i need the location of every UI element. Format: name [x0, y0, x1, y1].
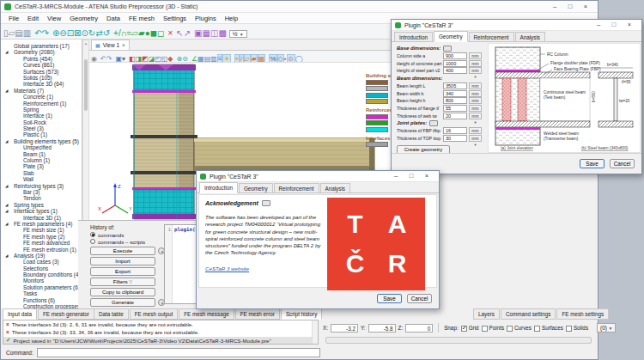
- tree-item[interactable]: ◢FE mesh extrusion (1): [1, 247, 82, 253]
- mirror-icon[interactable]: ◫: [210, 28, 218, 38]
- selection-filter-combo[interactable]: (0) ▼: [597, 323, 616, 333]
- bottom-tab[interactable]: Script history: [281, 308, 322, 320]
- refresh-view-icon[interactable]: ↻: [88, 28, 95, 38]
- bottom-tab[interactable]: FE mesh output: [130, 308, 178, 320]
- tree-item[interactable]: ◢Curves (861): [1, 62, 82, 68]
- tree-item[interactable]: ◢Column (1): [1, 157, 82, 163]
- add-brick-icon[interactable]: ◼: [150, 28, 157, 38]
- history-button[interactable]: Copy to clipboard: [90, 288, 155, 296]
- dimension-input[interactable]: 55: [443, 105, 467, 112]
- tree-item[interactable]: ◢FE mesh advanced: [1, 240, 82, 246]
- message-row[interactable]: ✓ Project saved in "D:\Users\JCW\Work\Pr…: [3, 337, 318, 345]
- menu-item[interactable]: Edit: [23, 15, 43, 22]
- dialog-tab[interactable]: Geometry: [239, 183, 273, 193]
- view-left-icon[interactable]: ◩: [142, 55, 149, 63]
- save-all-icon[interactable]: ▥: [23, 28, 31, 38]
- message-row[interactable]: × These interfaces 3d (3): 33, 34, 36 ar…: [3, 328, 318, 336]
- expand-arrow-icon[interactable]: ◢: [5, 253, 8, 259]
- unit-select[interactable]: mm ▼: [469, 67, 482, 74]
- tree-item[interactable]: ◢Interface 3D (1): [1, 215, 82, 221]
- tree-item[interactable]: ◢Reinforcing types (3): [1, 183, 82, 189]
- cancel-button[interactable]: Cancel: [610, 159, 635, 168]
- menu-item[interactable]: View: [43, 15, 65, 22]
- message-scrollbar[interactable]: [312, 320, 318, 344]
- tree-item[interactable]: ◢Spring types: [1, 202, 82, 208]
- globe-icon[interactable]: ◯: [295, 55, 303, 63]
- dialog-tab[interactable]: Introduction: [394, 32, 433, 42]
- menu-item[interactable]: FE mesh: [125, 15, 159, 22]
- checkbox-icon[interactable]: [461, 326, 467, 332]
- save-icon[interactable]: ▤: [15, 28, 22, 38]
- show-solids-icon[interactable]: ▰: [251, 54, 258, 64]
- tree-item[interactable]: ◢Functions (6): [1, 297, 82, 303]
- checkbox-icon[interactable]: [482, 326, 488, 332]
- menu-item[interactable]: Settings: [159, 15, 191, 22]
- bottom-tab[interactable]: FE mesh generator: [38, 308, 94, 320]
- transparency-icon[interactable]: %: [269, 54, 276, 64]
- snap-option[interactable]: Points: [482, 325, 505, 331]
- view-cube-icon[interactable]: ▣: [115, 55, 122, 63]
- zoom-out-icon[interactable]: ⊖: [59, 28, 66, 38]
- minimize-icon[interactable]: [593, 21, 604, 29]
- unit-select[interactable]: mm ▼: [469, 82, 482, 89]
- save-button[interactable]: Save: [377, 294, 402, 303]
- pan-icon[interactable]: ⇄: [95, 28, 102, 38]
- scroll-up-icon[interactable]: ▲: [83, 40, 88, 46]
- dimension-input[interactable]: 900: [443, 52, 467, 59]
- minimize-icon[interactable]: [550, 3, 560, 11]
- tree-item[interactable]: ◢Building elements types (5): [1, 138, 82, 144]
- view-back-icon[interactable]: ◨: [136, 55, 143, 63]
- measure-icon[interactable]: ∠: [191, 55, 197, 63]
- menu-item[interactable]: Data: [102, 15, 125, 22]
- history-button[interactable]: Filters ▽: [90, 278, 155, 286]
- x-coordinate-field[interactable]: -3.2: [331, 324, 358, 333]
- dimension-input[interactable]: 800: [443, 97, 467, 104]
- bottom-tab[interactable]: FE mesh error: [235, 308, 280, 320]
- picture-icon[interactable]: [443, 46, 452, 52]
- website-link[interactable]: CeSTaR 3 website: [205, 265, 249, 272]
- maximize-icon[interactable]: [565, 3, 575, 11]
- tree-item[interactable]: ◢Solids (105): [1, 75, 82, 81]
- tree-item[interactable]: ◢Slab: [1, 170, 82, 176]
- tree-item[interactable]: ◢Bar (3): [1, 189, 82, 195]
- dimension-input[interactable]: 340: [443, 90, 467, 97]
- tree-item[interactable]: ◢Boundary conditions (4): [1, 272, 82, 278]
- tree-item[interactable]: ◢Beam (1): [1, 151, 82, 157]
- checkbox-icon[interactable]: [534, 326, 540, 332]
- menu-item[interactable]: Geometry: [65, 15, 102, 22]
- history-button[interactable]: Execute: [90, 247, 155, 255]
- zoom-extents-icon[interactable]: ⊠: [74, 28, 81, 38]
- checkbox-icon[interactable]: [566, 326, 572, 332]
- menu-item[interactable]: Plugins: [191, 15, 221, 22]
- tree-item[interactable]: ◢Load cases (3): [1, 259, 82, 265]
- tree-item[interactable]: ◢Reinforcement (1): [1, 101, 82, 107]
- bottom-tab[interactable]: FE mesh settings: [556, 308, 609, 320]
- bottom-tab[interactable]: FE mesh message: [179, 308, 234, 320]
- tree-item[interactable]: ◢Tasks: [1, 290, 82, 296]
- tree-item[interactable]: ◢FE mesh parameters (4): [1, 221, 82, 227]
- zoom-in-icon[interactable]: ⊕: [52, 28, 59, 38]
- close-view-icon[interactable]: ×: [122, 42, 125, 48]
- tree-item[interactable]: ◢Interface (1): [1, 113, 82, 119]
- picture-icon[interactable]: [429, 120, 438, 126]
- expand-arrow-icon[interactable]: ◢: [5, 88, 8, 94]
- tree-item[interactable]: ◢Points (454): [1, 56, 82, 62]
- section-display-icon[interactable]: ▥: [210, 55, 217, 63]
- light-icon[interactable]: ☀: [222, 54, 230, 64]
- unit-select[interactable]: mm ▼: [469, 52, 482, 59]
- tree-item[interactable]: ◢Interface 3D (64): [1, 81, 82, 87]
- dimension-input[interactable]: 20: [443, 113, 467, 119]
- copy-icon[interactable]: ▣: [194, 28, 202, 38]
- view-top-icon[interactable]: ◰: [155, 55, 161, 63]
- expand-arrow-icon[interactable]: ◢: [5, 208, 8, 214]
- snap-option[interactable]: Curves: [507, 325, 532, 331]
- tree-item[interactable]: ◢Analysis (19): [1, 253, 82, 259]
- redo-view-icon[interactable]: ↷: [106, 55, 112, 63]
- dimension-input[interactable]: 16: [443, 127, 467, 134]
- tree-item[interactable]: ◢Unspecified: [1, 144, 82, 150]
- snap-option[interactable]: Surfaces: [534, 325, 563, 331]
- save-button[interactable]: Save: [580, 159, 605, 168]
- view-settings-icon[interactable]: ◉: [91, 55, 97, 63]
- tree-item[interactable]: ◢Spring: [1, 107, 82, 113]
- undo-icon[interactable]: ↶: [34, 28, 41, 38]
